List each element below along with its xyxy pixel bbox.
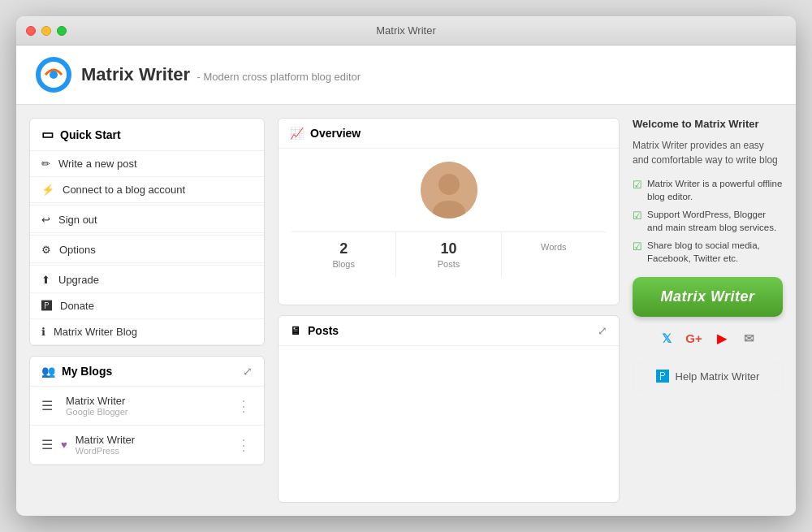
quick-start-title: Quick Start: [60, 128, 121, 141]
feature-item-0: ☑ Matrix Writer is a powerful offline bl…: [633, 177, 783, 203]
app-window: Matrix Writer Matrix Writer - Modern cro…: [16, 16, 796, 516]
blog-type-1: WordPress: [76, 446, 228, 456]
info-icon: ℹ: [41, 326, 45, 338]
youtube-icon[interactable]: ▶: [711, 328, 732, 349]
paypal-help-section[interactable]: 🅿 Help Matrix Writer: [633, 362, 783, 391]
upgrade-item[interactable]: ⬆ Upgrade: [30, 267, 264, 293]
quick-start-header: ▭ Quick Start: [30, 119, 264, 151]
blog-info-1: Matrix Writer WordPress: [76, 434, 228, 456]
stat-posts-label: Posts: [403, 259, 494, 269]
check-icon-1: ☑: [633, 209, 642, 234]
traffic-lights: [26, 26, 67, 36]
posts-header: 🖥 Posts ⤢: [279, 316, 619, 346]
header-text: Matrix Writer - Modern cross platform bl…: [81, 64, 361, 85]
app-body: ▭ Quick Start ✏ Write a new post ⚡ Conne…: [16, 105, 796, 516]
upgrade-icon: ⬆: [41, 274, 50, 286]
svg-point-4: [438, 174, 460, 195]
feature-text-0: Matrix Writer is a powerful offline blog…: [647, 177, 783, 203]
overview-card: 📈 Overview 2 Blogs: [278, 118, 620, 305]
bolt-icon: ⚡: [41, 184, 54, 196]
app-name: Matrix Writer: [81, 64, 190, 84]
pencil-icon: ✏: [41, 158, 50, 170]
blog-more-1[interactable]: ⋮: [236, 436, 253, 454]
overview-header: 📈 Overview: [279, 119, 619, 149]
center-column: 📈 Overview 2 Blogs: [278, 118, 620, 503]
google-plus-icon[interactable]: G+: [684, 328, 705, 349]
stats-row: 2 Blogs 10 Posts Words: [292, 231, 606, 277]
sign-out-item[interactable]: ↩ Sign out: [30, 207, 264, 233]
blog-name-1: Matrix Writer: [76, 434, 228, 446]
window-title: Matrix Writer: [376, 24, 435, 37]
quick-start-icon: ▭: [41, 127, 54, 142]
app-header: Matrix Writer - Modern cross platform bl…: [16, 45, 796, 105]
feature-text-1: Support WordPress, Blogger and main stre…: [647, 208, 783, 234]
divider-3: [30, 265, 264, 266]
blog-item[interactable]: ℹ Matrix Writer Blog: [30, 319, 264, 345]
stat-blogs-value: 2: [298, 240, 389, 257]
stat-words-label: Words: [508, 242, 599, 252]
posts-header-left: 🖥 Posts: [290, 324, 339, 337]
minimize-button[interactable]: [41, 26, 51, 36]
my-blogs-header: 👥 My Blogs ⤢: [30, 357, 264, 387]
stat-words: Words: [502, 232, 606, 277]
blog-item-0: ☰ Matrix Writer Google Blogger ⋮: [30, 387, 264, 426]
blog-item-1: ☰ ♥ Matrix Writer WordPress ⋮: [30, 426, 264, 465]
donate-item[interactable]: 🅿 Donate: [30, 293, 264, 319]
app-logo: [36, 57, 71, 93]
maximize-button[interactable]: [57, 26, 67, 36]
gear-icon: ⚙: [41, 244, 51, 256]
divider-2: [30, 235, 264, 236]
feature-item-1: ☑ Support WordPress, Blogger and main st…: [633, 208, 783, 234]
overview-title: Overview: [310, 127, 361, 140]
monitor-icon: 🖥: [290, 324, 301, 337]
app-subtitle: - Modern cross platform blog editor: [197, 71, 361, 83]
connect-blog-item[interactable]: ⚡ Connect to a blog account: [30, 177, 264, 203]
left-column: ▭ Quick Start ✏ Write a new post ⚡ Conne…: [29, 118, 265, 503]
overview-body: 2 Blogs 10 Posts Words: [279, 149, 619, 290]
heart-icon: ♥: [61, 439, 67, 451]
svg-point-2: [50, 71, 58, 79]
welcome-desc: Matrix Writer provides an easy and comfo…: [633, 138, 783, 167]
blog-more-0[interactable]: ⋮: [236, 397, 253, 415]
feature-text-2: Share blog to social media, Facebook, Tw…: [647, 239, 783, 265]
rss-icon-1: ☰: [41, 437, 58, 452]
welcome-title: Welcome to Matrix Writer: [633, 118, 783, 130]
donate-icon: 🅿: [41, 300, 52, 312]
stat-posts-value: 10: [403, 240, 494, 257]
email-icon[interactable]: ✉: [739, 328, 760, 349]
divider-1: [30, 205, 264, 205]
feature-item-2: ☑ Share blog to social media, Facebook, …: [633, 239, 783, 265]
my-blogs-card: 👥 My Blogs ⤢ ☰ Matrix Writer Google Blog…: [29, 356, 265, 465]
quick-start-card: ▭ Quick Start ✏ Write a new post ⚡ Conne…: [29, 118, 265, 346]
stat-posts: 10 Posts: [396, 232, 501, 277]
posts-title: Posts: [308, 324, 339, 337]
overview-icon: 📈: [290, 127, 304, 140]
my-blogs-expand-icon[interactable]: ⤢: [243, 365, 253, 378]
stat-blogs: 2 Blogs: [292, 232, 396, 277]
stat-blogs-label: Blogs: [298, 259, 389, 269]
blog-name-0: Matrix Writer: [66, 395, 228, 407]
signout-icon: ↩: [41, 214, 50, 226]
check-icon-0: ☑: [633, 178, 642, 203]
avatar: [421, 162, 477, 218]
social-icons: 𝕏 G+ ▶ ✉: [633, 328, 783, 349]
blogs-icon: 👥: [41, 365, 55, 378]
posts-card: 🖥 Posts ⤢: [278, 315, 620, 503]
close-button[interactable]: [26, 26, 36, 36]
twitter-icon[interactable]: 𝕏: [656, 328, 677, 349]
posts-expand-icon[interactable]: ⤢: [598, 324, 607, 337]
blog-type-0: Google Blogger: [66, 407, 228, 417]
my-blogs-header-left: 👥 My Blogs: [41, 365, 112, 378]
rss-icon-0: ☰: [41, 398, 58, 413]
paypal-icon: 🅿: [656, 370, 669, 384]
check-icon-2: ☑: [633, 240, 642, 265]
help-label: Help Matrix Writer: [676, 370, 760, 383]
right-column: Welcome to Matrix Writer Matrix Writer p…: [633, 118, 783, 503]
matrix-writer-cta-button[interactable]: Matrix Writer: [633, 277, 783, 317]
write-post-item[interactable]: ✏ Write a new post: [30, 151, 264, 177]
feature-list: ☑ Matrix Writer is a powerful offline bl…: [633, 177, 783, 266]
blog-info-0: Matrix Writer Google Blogger: [66, 395, 228, 417]
titlebar: Matrix Writer: [16, 16, 796, 45]
options-item[interactable]: ⚙ Options: [30, 237, 264, 263]
my-blogs-title: My Blogs: [62, 365, 112, 378]
